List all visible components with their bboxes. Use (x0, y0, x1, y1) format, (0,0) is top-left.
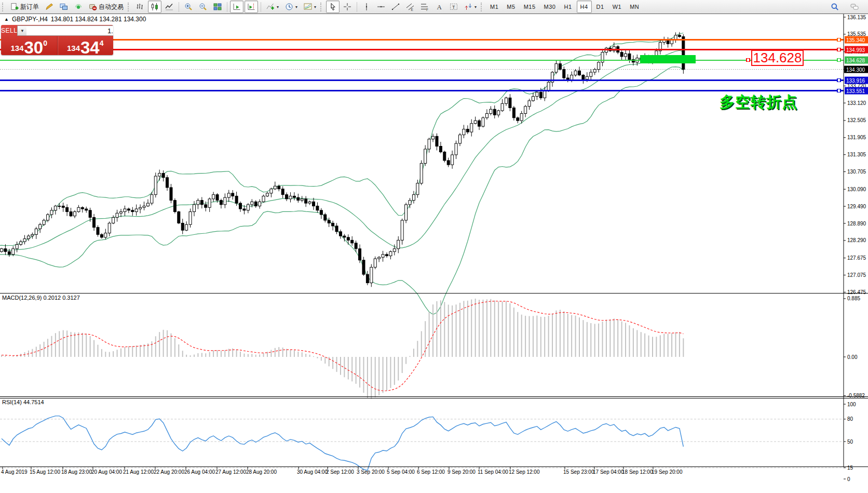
trendline-icon (391, 3, 400, 11)
equidistant-channel-button[interactable]: E (403, 1, 417, 13)
svg-text:133.551: 133.551 (846, 88, 865, 94)
toolbar-separator (179, 2, 179, 12)
chat-button[interactable] (848, 1, 861, 13)
line-chart-button[interactable] (162, 1, 176, 13)
svg-text:50: 50 (847, 439, 853, 445)
svg-text:127.675: 127.675 (847, 255, 866, 261)
toolbar-grip (481, 3, 484, 11)
new-order-icon (10, 3, 19, 11)
chevron-down-icon: ▾ (295, 5, 297, 9)
svg-text:128.890: 128.890 (847, 221, 866, 226)
svg-text:6 Sep 12:00: 6 Sep 12:00 (417, 469, 445, 475)
tf-m5-button[interactable]: M5 (503, 1, 519, 13)
cursor-button[interactable] (326, 1, 340, 13)
tile-windows-icon (213, 3, 222, 11)
tf-m5-button-label: M5 (507, 4, 515, 10)
candlestick-chart-button[interactable] (148, 1, 161, 13)
charts-window-button[interactable] (57, 1, 71, 13)
crosshair-button[interactable] (341, 1, 354, 13)
metaeditor-button[interactable] (43, 1, 56, 13)
signals-button[interactable] (72, 1, 85, 13)
vertical-line-icon (362, 3, 371, 11)
svg-text:130.090: 130.090 (847, 186, 866, 192)
chevron-down-icon: ▾ (277, 5, 279, 9)
toolbar-separator (357, 2, 357, 12)
autotrading-button[interactable]: 自动交易 (86, 1, 126, 13)
tf-m1-button[interactable]: M1 (486, 1, 502, 13)
tf-d1-button[interactable]: D1 (593, 1, 608, 13)
trendline-button[interactable] (389, 1, 402, 13)
volume-input[interactable] (26, 26, 113, 35)
toolbar-grip (320, 3, 323, 11)
toolbar-group (133, 0, 177, 14)
tf-d1-button-label: D1 (596, 4, 604, 10)
text-label-button[interactable]: T (447, 1, 460, 13)
buy-price-pip: 4 (100, 39, 104, 47)
vertical-line-button[interactable] (360, 1, 373, 13)
horizontal-line-button[interactable] (374, 1, 388, 13)
zoom-in-icon (184, 3, 193, 11)
indicators-icon (266, 3, 275, 11)
tf-w1-button[interactable]: W1 (609, 1, 626, 13)
svg-text:15: 15 (847, 465, 853, 471)
svg-text:0: 0 (847, 476, 850, 482)
sell-price-pip: 0 (43, 39, 47, 47)
sell-price[interactable]: 134 30 0 (1, 36, 58, 55)
indicators-button[interactable]: ▾ (264, 1, 281, 13)
svg-text:100: 100 (847, 402, 856, 407)
svg-text:9 Sep 20:00: 9 Sep 20:00 (447, 469, 476, 475)
text-button[interactable]: A (432, 1, 446, 13)
tf-h4-button[interactable]: H4 (577, 1, 592, 13)
sell-price-figure: 134 (10, 44, 23, 52)
svg-text:E: E (411, 8, 414, 11)
volume-stepper: ▼ ▲ (17, 25, 113, 36)
chart-canvas[interactable]: 136.135135.535134.920134.300133.720133.1… (0, 14, 868, 493)
candle-chart-icon (151, 3, 159, 11)
svg-text:134.300: 134.300 (846, 67, 865, 73)
new-order-button[interactable]: 新订单 (8, 1, 42, 13)
svg-text:132.505: 132.505 (847, 117, 866, 123)
tf-mn-button[interactable]: MN (626, 1, 643, 13)
tf-m1-button-label: M1 (490, 4, 498, 10)
buy-price[interactable]: 134 34 4 (58, 36, 114, 55)
auto-scroll-button[interactable] (230, 1, 243, 13)
sell-price-big: 30 (24, 41, 44, 55)
tf-m15-button[interactable]: M15 (520, 1, 539, 13)
bar-chart-icon (136, 3, 144, 11)
tf-m30-button[interactable]: M30 (540, 1, 560, 13)
autotrade-icon (89, 3, 97, 11)
svg-text:-0.5882: -0.5882 (847, 393, 865, 398)
arrows-button[interactable]: ▾ (462, 1, 479, 13)
zoom-out-button[interactable] (196, 1, 210, 13)
tile-windows-button[interactable] (211, 1, 224, 13)
volume-down-button[interactable]: ▼ (18, 26, 26, 35)
tf-h1-button[interactable]: H1 (560, 1, 575, 13)
sell-button[interactable]: SELL (1, 25, 17, 36)
zoom-in-button[interactable] (182, 1, 195, 13)
fibonacci-button[interactable]: F (418, 1, 431, 13)
svg-text:127.075: 127.075 (847, 272, 866, 278)
crosshair-icon (343, 3, 351, 11)
macd-panel (2, 299, 683, 399)
symbol-info[interactable]: ▲ GBPJPY-,H4 134.801 134.824 134.281 134… (4, 16, 146, 23)
search-button[interactable] (828, 1, 842, 13)
chart-shift-button[interactable] (245, 1, 258, 13)
turning-point-annotation[interactable]: 多空转折点 (720, 92, 797, 113)
svg-text:80: 80 (847, 416, 853, 422)
svg-text:12 Sep 12:00: 12 Sep 12:00 (509, 469, 540, 475)
price-level-text-box[interactable]: 134.628 (751, 50, 804, 66)
templates-button[interactable]: ▾ (301, 1, 319, 13)
templates-icon (304, 3, 312, 11)
bar-chart-button[interactable] (133, 1, 147, 13)
svg-text:17 Sep 04:00: 17 Sep 04:00 (593, 469, 624, 475)
tf-w1-button-label: W1 (613, 4, 622, 10)
toolbar-grip (2, 3, 5, 11)
periods-button[interactable]: ▾ (282, 1, 300, 13)
autotrading-button-label: 自动交易 (99, 3, 124, 11)
collapse-icon[interactable]: ▲ (4, 17, 9, 22)
tf-m15-button-label: M15 (524, 4, 536, 10)
symbol-ohlc: 134.801 134.824 134.281 134.300 (51, 16, 146, 23)
chat-icon (850, 3, 859, 11)
svg-text:129.490: 129.490 (847, 204, 866, 209)
svg-text:21 Aug 12:00: 21 Aug 12:00 (123, 469, 154, 475)
